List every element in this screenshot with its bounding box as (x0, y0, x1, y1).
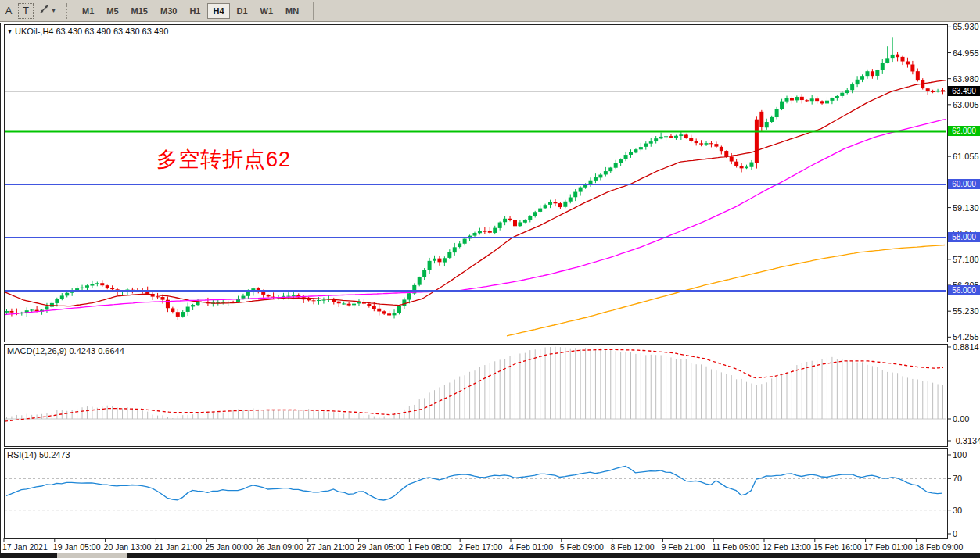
rsi-axis-label: 0 (953, 529, 957, 538)
time-axis-label: 29 Jan 05:00 (357, 542, 405, 552)
price-axis-label: 63.980 (953, 74, 979, 84)
chart-title: ▼UKOil-,H4 63.430 63.490 63.430 63.490 (7, 27, 168, 36)
time-axis-label: 20 Jan 13:00 (104, 542, 152, 552)
time-axis-label: 27 Jan 21:00 (307, 542, 354, 552)
price-axis-label: 63.005 (953, 100, 979, 109)
time-axis-label: 18 Feb 09:00 (914, 542, 963, 552)
candlestick-series (5, 37, 945, 320)
time-axis-label: 8 Feb 12:00 (611, 542, 655, 552)
time-axis-label: 11 Feb 05:00 (712, 542, 759, 552)
ma-fast-red (5, 80, 946, 306)
rsi-axis-label: 70 (953, 474, 962, 483)
rsi-line (6, 467, 942, 501)
time-axis-label: 5 Feb 09:00 (560, 542, 604, 552)
price-badge-60.000: 60.000 (948, 179, 980, 189)
macd-signal-line (5, 349, 943, 421)
time-axis-label: 17 Feb 01:00 (864, 542, 913, 552)
price-axis-label: 64.955 (953, 48, 979, 58)
time-axis-label: 26 Jan 09:00 (256, 542, 303, 552)
price-axis-label: 59.130 (953, 203, 979, 213)
time-axis-label: 21 Jan 21:00 (154, 542, 202, 552)
macd-axis-label: 0.8814 (953, 342, 979, 352)
ma-mid-magenta (5, 120, 946, 315)
macd-histogram (7, 347, 943, 419)
time-axis-label: 9 Feb 21:00 (661, 542, 705, 552)
price-badge-56.000: 56.000 (948, 285, 980, 295)
bottom-border-gap (57, 553, 127, 558)
price-axis-label: 57.180 (953, 255, 979, 264)
rsi-indicator-label: RSI(14) 50.2473 (7, 450, 70, 460)
time-axis-label: 25 Jan 00:00 (205, 542, 253, 552)
time-axis-label: 12 Feb 13:00 (763, 542, 811, 552)
rsi-axis-label: 30 (953, 506, 962, 515)
price-axis-label: 61.055 (953, 152, 979, 161)
mt4-window: A T ▾ M1M5M15M30H1H4D1W1MN ▼UKOil-,H4 63… (0, 0, 980, 558)
price-axis-label: 54.255 (953, 332, 979, 342)
triangle-down-icon: ▼ (7, 29, 13, 34)
time-axis-label: 1 Feb 08:00 (407, 542, 451, 552)
price-axis-label: 55.230 (953, 306, 979, 316)
time-axis-label: 19 Jan 05:00 (53, 542, 101, 552)
price-badge-58.000: 58.000 (948, 232, 980, 242)
time-axis-label: 15 Feb 16:00 (813, 542, 862, 552)
price-badge-62.000: 62.000 (948, 126, 980, 136)
rsi-axis-label: 100 (953, 450, 967, 460)
time-axis-label: 2 Feb 17:00 (458, 542, 502, 552)
macd-axis-label: 0.00 (953, 414, 969, 424)
bottom-border-segment (127, 553, 980, 558)
price-badge-63.490: 63.490 (948, 86, 980, 96)
chart-plot-area[interactable] (0, 0, 980, 558)
time-axis-label: 17 Jan 2021 (2, 542, 48, 552)
bottom-border-segment (0, 553, 57, 558)
time-axis-label: 4 Feb 01:00 (509, 542, 553, 552)
macd-indicator-label: MACD(12,26,9) 0.4243 0.6644 (7, 346, 124, 356)
macd-axis-label: -0.3134 (953, 436, 980, 445)
price-axis-label: 65.930 (953, 22, 979, 31)
chart-annotation-text: 多空转折点62 (156, 145, 291, 173)
